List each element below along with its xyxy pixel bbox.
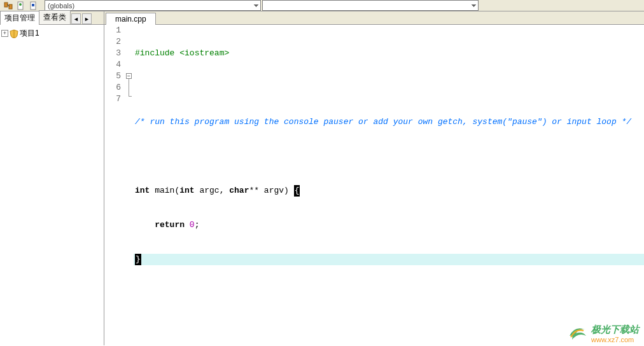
debug-icon[interactable] — [28, 1, 39, 11]
file-tabbar: main.cpp — [104, 11, 644, 25]
bookmark-icon[interactable] — [15, 1, 27, 11]
watermark: 极光下载站 www.xz7.com — [567, 323, 639, 343]
code-line: /* run this program using the console pa… — [134, 116, 644, 128]
nav-prev-button[interactable]: ◄ — [71, 13, 81, 24]
line-number: 3 — [104, 48, 121, 59]
line-number: 5 — [104, 71, 121, 82]
toolbar-icon-group — [0, 1, 42, 11]
top-toolbar: (globals) — [0, 0, 644, 11]
sidebar-nav: ◄ ► — [71, 13, 93, 24]
code-editor[interactable]: 1 2 3 4 5 6 7 − #include <iostream> /* r… — [104, 25, 644, 345]
code-line-active: } — [134, 254, 644, 265]
tree-root-row[interactable]: + 项目1 — [1, 27, 102, 39]
code-line: #include <iostream> — [134, 48, 644, 59]
tab-project[interactable]: 项目管理 — [0, 11, 39, 25]
watermark-text: 极光下载站 www.xz7.com — [591, 324, 639, 343]
fold-column: − — [125, 25, 134, 345]
expand-icon[interactable]: + — [1, 30, 8, 37]
fold-end-icon — [129, 96, 132, 97]
main-area: 项目管理 查看类 ◄ ► + 项目1 main.cpp 1 2 3 4 — [0, 11, 644, 345]
line-number: 4 — [104, 59, 121, 71]
nav-next-button[interactable]: ► — [82, 13, 92, 24]
editor-area: main.cpp 1 2 3 4 5 6 7 − #include <iostr… — [104, 11, 644, 345]
sidebar-tabs: 项目管理 查看类 ◄ ► — [0, 11, 104, 25]
code-content[interactable]: #include <iostream> /* run this program … — [134, 25, 644, 345]
svg-rect-5 — [32, 4, 34, 6]
watermark-url: www.xz7.com — [591, 336, 639, 343]
scope-combo[interactable]: (globals) — [45, 0, 261, 11]
file-tab-main[interactable]: main.cpp — [106, 13, 156, 25]
tab-classview[interactable]: 查看类 — [39, 10, 71, 24]
fold-toggle-icon[interactable]: − — [126, 73, 132, 79]
code-line: int main(int argc, char** argv) { — [134, 185, 644, 197]
fold-guide — [129, 79, 129, 96]
line-number: 1 — [104, 25, 121, 36]
goto-icon[interactable] — [3, 1, 14, 11]
line-gutter: 1 2 3 4 5 6 7 — [104, 25, 125, 345]
scope-selectors: (globals) — [42, 0, 479, 11]
line-number: 6 — [104, 82, 121, 93]
line-number: 2 — [104, 36, 121, 48]
watermark-title: 极光下载站 — [591, 324, 639, 336]
sidebar: 项目管理 查看类 ◄ ► + 项目1 — [0, 11, 104, 345]
line-number: 7 — [104, 93, 121, 105]
project-icon — [10, 29, 18, 38]
svg-point-3 — [19, 3, 22, 6]
tree-root-label: 项目1 — [20, 28, 39, 39]
code-line: return 0; — [134, 219, 644, 231]
cursor-brace-close: } — [135, 254, 141, 265]
function-combo[interactable] — [262, 0, 479, 11]
project-tree[interactable]: + 项目1 — [0, 25, 104, 345]
code-line — [134, 82, 644, 93]
code-line — [134, 151, 644, 162]
brace-open: { — [294, 185, 300, 197]
svg-rect-1 — [9, 4, 12, 9]
watermark-logo-icon — [567, 323, 587, 343]
